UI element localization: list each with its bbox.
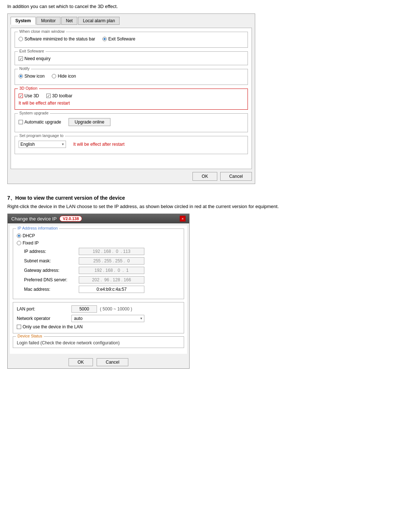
network-operator-label: Network operator (17, 316, 71, 321)
option-exit[interactable]: Exit Sofeware (102, 36, 135, 42)
group-when-close-label: When close main window (18, 29, 66, 34)
title-left: Change the device IP V2.0.138 (11, 216, 82, 222)
notify-options: Show icon Hide icon (19, 74, 244, 79)
subnet-mask-label: Subnet mask: (24, 258, 79, 263)
toolbar-3d-item[interactable]: 3D toolbar (46, 93, 72, 98)
radio-hide-icon (52, 74, 56, 78)
upgrade-row: Automatic upgrade Upgrade online (19, 118, 244, 126)
upgrade-online-button[interactable]: Upgrade online (69, 118, 110, 126)
use-3d-label: Use 3D (24, 93, 39, 98)
dialog-footer: OK Cancel (11, 172, 252, 181)
fixed-ip-row[interactable]: Fixed IP (17, 240, 180, 246)
subnet-mask-row: Subnet mask: (24, 257, 180, 265)
dns-row: Preferred DNS server: (24, 276, 180, 283)
subnet-mask-input[interactable] (79, 257, 144, 265)
dns-input[interactable] (79, 276, 144, 283)
gateway-row: Gateway address: (24, 267, 180, 274)
ip-dialog-title-text: Change the device IP (11, 216, 57, 222)
language-select[interactable]: English Chinese (19, 141, 66, 148)
option-exit-label: Exit Sofeware (108, 36, 135, 42)
fixed-ip-label: Fixed IP (23, 240, 39, 246)
radio-minimize (19, 37, 23, 41)
group-3d-label: 3D Option (18, 86, 39, 90)
auto-upgrade-checkbox[interactable] (19, 120, 23, 124)
only-lan-label: Only use the device in the LAN (23, 324, 83, 329)
ip-cancel-button[interactable]: Cancel (97, 358, 128, 366)
dhcp-radio[interactable] (17, 234, 21, 238)
ip-address-info-group: IP Address information DHCP Fixed IP IP … (13, 228, 184, 299)
option-hide-icon[interactable]: Hide icon (52, 74, 76, 79)
tab-net[interactable]: Net (61, 17, 78, 25)
version-badge: V2.0.138 (59, 216, 82, 222)
mac-label: Mac address: (24, 287, 79, 292)
group-3d-option: 3D Option Use 3D 3D toolbar It will be e… (15, 89, 248, 110)
fixed-ip-radio[interactable] (17, 241, 21, 245)
tab-local-alarm[interactable]: Local alarm plan (78, 17, 120, 25)
option-minimize-label: Software minimized to the status bar (24, 36, 95, 42)
option-show-icon[interactable]: Show icon (19, 74, 44, 79)
ip-address-input[interactable] (79, 248, 144, 255)
need-enquiry-label: Need enquiry (24, 56, 50, 61)
group-notify: Notify Show icon Hide icon (15, 69, 248, 85)
section7-text: Right-click the device in the LAN choose… (7, 204, 390, 209)
network-operator-select[interactable]: auto manual (71, 315, 144, 322)
when-close-options: Software minimized to the status bar Exi… (19, 36, 244, 42)
only-lan-checkbox[interactable] (17, 325, 21, 329)
device-status-group: Device Status Login failed (Check the de… (13, 336, 184, 348)
radio-show-icon (19, 74, 23, 78)
lan-port-row: LAN port: ( 5000 ~ 10000 ) (17, 305, 180, 313)
group-upgrade-label: System upgrade (18, 111, 50, 115)
radio-exit (102, 37, 107, 41)
dhcp-label: DHCP (23, 233, 35, 238)
toolbar-3d-label: 3D toolbar (52, 93, 72, 98)
ip-dialog: Change the device IP V2.0.138 × IP Addre… (7, 214, 190, 369)
auto-upgrade-item[interactable]: Automatic upgrade (19, 120, 61, 125)
group-sys-upgrade: System upgrade Automatic upgrade Upgrade… (15, 113, 248, 132)
lan-port-label: LAN port: (17, 306, 71, 312)
ip-address-label: IP address: (24, 249, 79, 254)
mac-row: Mac address: (24, 286, 180, 293)
group-notify-label: Notify (18, 66, 31, 71)
language-row: English Chinese It will be effect after … (19, 141, 244, 148)
tab-bar: System Monitor Net Local alarm plan (11, 17, 252, 25)
dhcp-row[interactable]: DHCP (17, 233, 180, 238)
3d-options-row: Use 3D 3D toolbar (19, 93, 244, 98)
group-language-label: Set program language to (18, 133, 65, 138)
group-language: Set program language to English Chinese … (15, 136, 248, 154)
language-restart-note: It will be effect after restart (73, 142, 125, 147)
language-select-wrapper: English Chinese (19, 141, 66, 148)
gateway-input[interactable] (79, 267, 144, 274)
need-enquiry-item[interactable]: Need enquiry (19, 56, 244, 61)
ip-dialog-title-bar: Change the device IP V2.0.138 × (8, 214, 189, 223)
cancel-button[interactable]: Cancel (220, 172, 252, 181)
ip-dialog-body: IP Address information DHCP Fixed IP IP … (10, 226, 187, 354)
intro-text: In addition you can set which to cancel … (7, 4, 390, 9)
device-status-group-label: Device Status (16, 334, 44, 338)
tab-monitor[interactable]: Monitor (36, 17, 61, 25)
ip-address-row: IP address: (24, 248, 180, 255)
dns-label: Preferred DNS server: (24, 277, 79, 282)
only-lan-row[interactable]: Only use the device in the LAN (17, 324, 180, 329)
gateway-label: Gateway address: (24, 268, 79, 273)
dialog-body: When close main window Software minimize… (11, 28, 252, 169)
lan-port-input[interactable] (71, 305, 97, 313)
ip-ok-button[interactable]: OK (69, 358, 93, 366)
close-button[interactable]: × (180, 216, 186, 222)
group-when-close: When close main window Software minimize… (15, 32, 248, 48)
ip-dialog-footer: OK Cancel (8, 356, 189, 368)
mac-input[interactable] (79, 286, 144, 293)
use-3d-checkbox[interactable] (19, 94, 23, 98)
ok-button[interactable]: OK (192, 172, 217, 181)
network-operator-row: Network operator auto manual (17, 315, 180, 322)
network-settings-group: LAN port: ( 5000 ~ 10000 ) Network opera… (13, 302, 184, 333)
auto-upgrade-label: Automatic upgrade (24, 120, 61, 125)
3d-restart-note: It will be effect after restart (19, 101, 244, 106)
device-status-text: Login failed (Check the device network c… (17, 340, 180, 345)
lan-port-range: ( 5000 ~ 10000 ) (100, 306, 132, 312)
need-enquiry-checkbox[interactable] (19, 56, 23, 61)
option-minimize[interactable]: Software minimized to the status bar (19, 36, 95, 42)
system-settings-dialog: System Monitor Net Local alarm plan When… (7, 13, 255, 184)
tab-system[interactable]: System (11, 17, 36, 25)
use-3d-item[interactable]: Use 3D (19, 93, 39, 98)
toolbar-3d-checkbox[interactable] (46, 94, 51, 98)
